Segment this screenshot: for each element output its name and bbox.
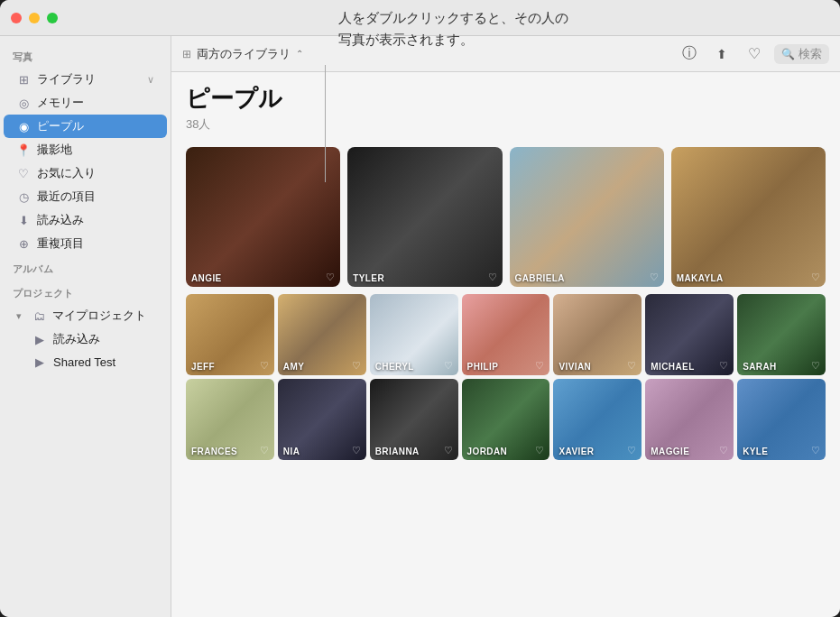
maximize-button[interactable] (47, 13, 58, 23)
main-area: 写真 ⊞ ライブラリ ∨ ◎ メモリー ◉ ピープル 📍 撮影地 ♡ お気に入り (0, 36, 840, 617)
sidebar-item-shared-test-label: Shared Test (53, 355, 115, 369)
import-sub-icon: ▶ (32, 332, 47, 346)
person-name: Jeff (191, 362, 215, 372)
sidebar-item-shared-test[interactable]: ▶ Shared Test (4, 351, 167, 373)
sidebar-item-import-sub[interactable]: ▶ 読み込み (4, 327, 167, 351)
person-card-large[interactable]: TYLER ♡ (347, 147, 502, 287)
person-thumb[interactable]: Nia ♡ (278, 379, 366, 460)
heart-icon: ♡ (748, 45, 761, 62)
person-thumb[interactable]: Michael ♡ (645, 294, 734, 375)
person-card-large[interactable]: MAKAYLA ♡ (671, 147, 826, 287)
library-chevron-down-icon: ⌃ (296, 49, 303, 59)
person-name: Jordan (467, 447, 508, 456)
person-heart-icon[interactable]: ♡ (326, 272, 335, 283)
person-name: Nia (283, 447, 300, 456)
photos-section-label: 写真 (0, 43, 171, 68)
person-heart-icon[interactable]: ♡ (444, 445, 453, 456)
person-heart-icon[interactable]: ♡ (535, 360, 544, 372)
person-thumb[interactable]: Jeff ♡ (186, 294, 274, 375)
person-thumb[interactable]: Cheryl ♡ (370, 294, 458, 375)
info-icon: ⓘ (682, 44, 697, 63)
project-section-label: プロジェクト (0, 280, 171, 304)
sidebar-item-recent[interactable]: ◷ 最近の項目 (4, 185, 167, 208)
album-section-label: アルバム (0, 255, 171, 280)
person-card-large[interactable]: ANGIE ♡ (186, 147, 340, 287)
person-name: Philip (467, 362, 499, 372)
person-name: Vivian (558, 362, 591, 372)
app-window: 人をダブルクリックすると、その人の 写真が表示されます。 写真 ⊞ ライブラリ … (0, 0, 840, 617)
duplicates-icon: ⊕ (16, 236, 31, 251)
sidebar-item-favorites[interactable]: ♡ お気に入り (4, 161, 167, 185)
sidebar: 写真 ⊞ ライブラリ ∨ ◎ メモリー ◉ ピープル 📍 撮影地 ♡ お気に入り (0, 36, 171, 617)
person-heart-icon[interactable]: ♡ (719, 360, 728, 372)
close-button[interactable] (11, 13, 22, 23)
person-heart-icon[interactable]: ♡ (650, 272, 659, 283)
person-name: ANGIE (191, 273, 222, 283)
sidebar-item-memories[interactable]: ◎ メモリー (4, 91, 167, 115)
person-thumb[interactable]: Philip ♡ (462, 294, 550, 375)
sidebar-item-people[interactable]: ◉ ピープル (4, 115, 167, 138)
sidebar-item-myproject[interactable]: ▾ 🗂 マイプロジェクト (4, 304, 167, 327)
places-icon: 📍 (16, 143, 31, 157)
sidebar-item-duplicates[interactable]: ⊕ 重複項目 (4, 232, 167, 255)
person-heart-icon[interactable]: ♡ (627, 445, 636, 456)
library-selector[interactable]: ⊞ 両方のライブラリ ⌃ (182, 46, 303, 62)
person-heart-icon[interactable]: ♡ (627, 360, 636, 372)
heart-button[interactable]: ♡ (742, 41, 767, 67)
person-thumb[interactable]: Vivian ♡ (553, 294, 642, 375)
person-name: Kyle (743, 447, 768, 456)
person-thumb[interactable]: Kyle ♡ (737, 379, 826, 460)
search-box[interactable]: 🔍 検索 (774, 44, 829, 64)
person-thumb[interactable]: Jordan ♡ (462, 379, 550, 460)
content-toolbar: ⊞ 両方のライブラリ ⌃ ⓘ ⬆ ♡ 🔍 検索 (171, 36, 840, 72)
sidebar-item-favorites-label: お気に入り (37, 165, 96, 181)
titlebar (0, 0, 840, 36)
person-thumb[interactable]: Sarah ♡ (737, 294, 826, 375)
sidebar-item-import[interactable]: ⬇ 読み込み (4, 208, 167, 232)
sidebar-item-myproject-label: マイプロジェクト (52, 308, 146, 324)
import-icon: ⬇ (16, 213, 31, 227)
favorites-icon: ♡ (16, 166, 31, 180)
sidebar-item-import-sub-label: 読み込み (53, 331, 100, 347)
people-row-large: ANGIE ♡ TYLER ♡ GABRIELA ♡ MAKAYLA ♡ (186, 147, 826, 287)
content-body: ピープル 38人 ANGIE ♡ TYLER ♡ GABRIELA ♡ MAKA… (171, 72, 840, 617)
person-heart-icon[interactable]: ♡ (811, 272, 820, 283)
person-thumb[interactable]: Frances ♡ (186, 379, 274, 460)
person-name: MAKAYLA (677, 273, 724, 283)
info-button[interactable]: ⓘ (677, 41, 702, 67)
library-icon: ⊞ (16, 72, 31, 87)
page-title: ピープル (186, 83, 826, 115)
library-chevron: ∨ (147, 74, 154, 86)
person-heart-icon[interactable]: ♡ (260, 445, 269, 456)
person-heart-icon[interactable]: ♡ (719, 445, 728, 456)
sidebar-item-places[interactable]: 📍 撮影地 (4, 138, 167, 161)
project-icon: 🗂 (32, 308, 46, 323)
person-name: Sarah (743, 362, 777, 372)
person-heart-icon[interactable]: ♡ (811, 360, 820, 372)
person-heart-icon[interactable]: ♡ (260, 360, 269, 372)
sidebar-item-recent-label: 最近の項目 (37, 189, 96, 205)
person-thumb[interactable]: Maggie ♡ (645, 379, 734, 460)
person-heart-icon[interactable]: ♡ (352, 360, 361, 372)
person-heart-icon[interactable]: ♡ (444, 360, 453, 372)
person-thumb[interactable]: Brianna ♡ (370, 379, 458, 460)
library-selector-label: 両方のライブラリ (197, 46, 291, 62)
person-heart-icon[interactable]: ♡ (811, 445, 820, 456)
person-thumb[interactable]: Amy ♡ (278, 294, 366, 375)
project-toggle[interactable]: ▾ (16, 310, 22, 322)
library-grid-icon: ⊞ (182, 48, 191, 60)
sidebar-item-places-label: 撮影地 (37, 142, 72, 158)
page-subtitle: 38人 (186, 116, 826, 133)
share-button[interactable]: ⬆ (709, 41, 734, 67)
sidebar-item-duplicates-label: 重複項目 (37, 235, 84, 252)
person-heart-icon[interactable]: ♡ (488, 272, 497, 283)
person-name: Cheryl (375, 362, 414, 372)
person-thumb[interactable]: Xavier ♡ (553, 379, 642, 460)
person-name: GABRIELA (515, 273, 565, 283)
sidebar-item-memories-label: メモリー (37, 95, 84, 111)
sidebar-item-library[interactable]: ⊞ ライブラリ ∨ (4, 68, 167, 91)
person-heart-icon[interactable]: ♡ (352, 445, 361, 456)
person-card-large[interactable]: GABRIELA ♡ (510, 147, 664, 287)
person-heart-icon[interactable]: ♡ (535, 445, 544, 456)
minimize-button[interactable] (29, 13, 40, 23)
